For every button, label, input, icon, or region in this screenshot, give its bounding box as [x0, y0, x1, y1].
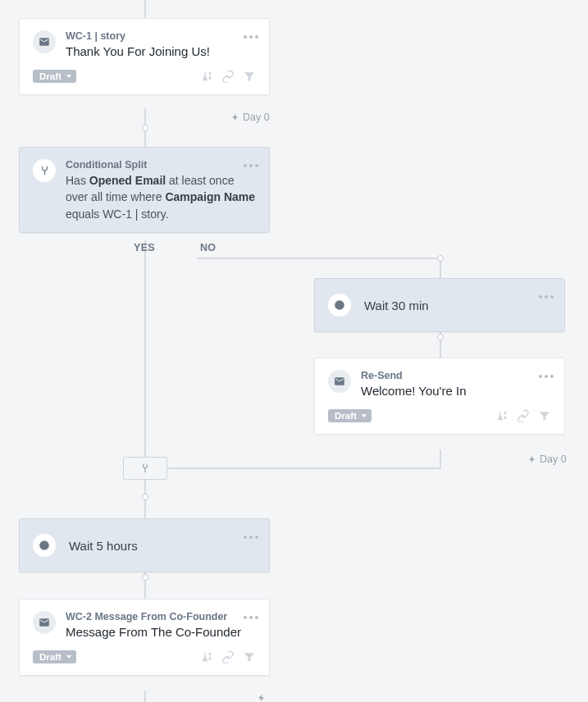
connector — [440, 449, 441, 468]
connector — [144, 691, 146, 702]
merge-node[interactable] — [123, 457, 167, 480]
conditional-split-card[interactable]: Conditional Split Has Opened Email at le… — [19, 147, 270, 233]
split-icon — [33, 159, 56, 182]
email-title: Message From The Co-Founder — [66, 624, 256, 640]
email-title: Welcome! You're In — [361, 383, 551, 399]
status-chip-label: Draft — [39, 71, 62, 81]
more-menu[interactable] — [536, 287, 556, 307]
day-indicator: Day 0 — [231, 112, 270, 123]
status-chip-label: Draft — [39, 652, 62, 662]
email-card-wc2[interactable]: WC-2 Message From Co-Founder Message Fro… — [19, 599, 270, 676]
more-menu[interactable] — [536, 367, 556, 386]
connector-dot — [142, 574, 148, 581]
email-card-resend[interactable]: Re-Send Welcome! You're In Draft — [314, 358, 565, 435]
filter-icon[interactable] — [538, 409, 551, 422]
email-eyebrow: WC-1 | story — [66, 30, 256, 42]
connector-dot — [142, 494, 148, 500]
connector-dot — [437, 255, 444, 262]
branch-no-label: NO — [200, 242, 216, 253]
connector — [167, 467, 441, 469]
email-eyebrow: Re-Send — [361, 370, 551, 381]
wait-card-5hours[interactable]: Wait 5 hours — [19, 518, 270, 572]
status-chip-draft[interactable]: Draft — [33, 650, 76, 663]
clock-icon — [33, 534, 56, 557]
card-quick-actions — [200, 70, 256, 83]
card-quick-actions — [495, 409, 551, 422]
status-chip-draft[interactable]: Draft — [33, 70, 76, 83]
link-icon[interactable] — [221, 650, 235, 663]
day-label-text: Day 0 — [243, 112, 270, 123]
more-menu[interactable] — [241, 27, 261, 47]
flow-canvas: YES NO WC-1 | story Thank You For Joinin… — [0, 0, 588, 702]
ab-test-icon[interactable] — [495, 409, 508, 422]
wait-title: Wait 5 hours — [69, 539, 138, 553]
more-menu[interactable] — [241, 608, 261, 627]
email-icon — [33, 611, 56, 634]
wait-card-30min[interactable]: Wait 30 min — [314, 278, 565, 332]
email-title: Thank You For Joining Us! — [66, 43, 256, 60]
card-quick-actions — [200, 650, 256, 663]
email-icon — [328, 370, 351, 393]
day-label-text: Day 0 — [540, 454, 567, 465]
filter-icon[interactable] — [243, 650, 256, 663]
connector — [144, 240, 146, 457]
ab-test-icon[interactable] — [200, 70, 213, 83]
more-menu[interactable] — [241, 527, 261, 547]
day-indicator: Day 0 — [528, 454, 567, 465]
connector — [144, 0, 146, 18]
status-chip-draft[interactable]: Draft — [328, 409, 371, 422]
email-eyebrow: WC-2 Message From Co-Founder — [66, 611, 256, 622]
ab-test-icon[interactable] — [200, 650, 213, 663]
split-condition-text: Has Opened Email at least once over all … — [66, 172, 256, 222]
filter-icon[interactable] — [243, 70, 256, 83]
wait-title: Wait 30 min — [364, 299, 429, 312]
email-card-wc1[interactable]: WC-1 | story Thank You For Joining Us! D… — [19, 18, 270, 95]
connector-dot — [437, 334, 444, 340]
connector-dot — [142, 125, 148, 131]
day-indicator-partial — [258, 694, 266, 702]
status-chip-label: Draft — [335, 411, 357, 421]
clock-icon — [328, 294, 351, 317]
link-icon[interactable] — [221, 70, 235, 83]
more-menu[interactable] — [241, 156, 261, 176]
split-eyebrow: Conditional Split — [66, 159, 256, 171]
branch-yes-label: YES — [134, 242, 155, 253]
connector — [197, 258, 441, 259]
link-icon[interactable] — [517, 409, 530, 422]
email-icon — [33, 30, 56, 53]
